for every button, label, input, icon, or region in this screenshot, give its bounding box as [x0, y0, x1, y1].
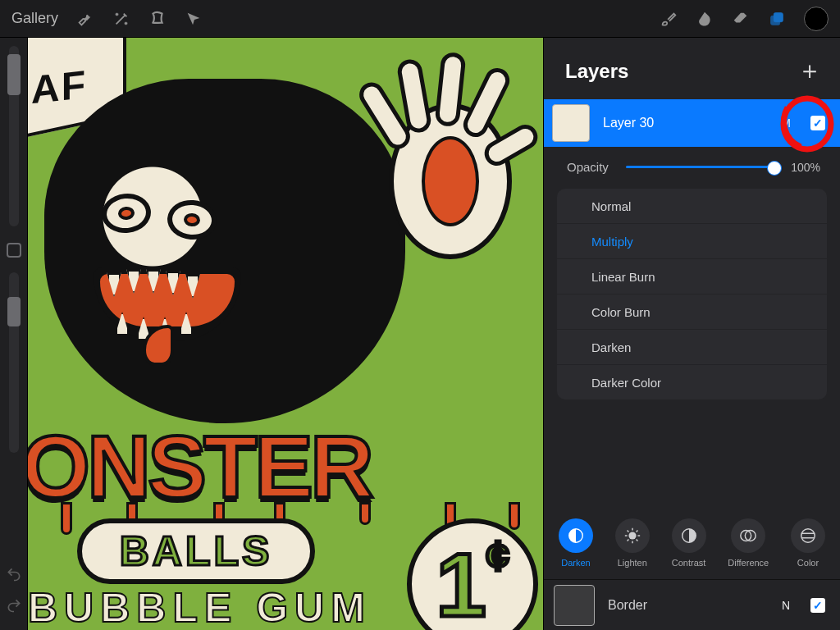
blend-mode-option[interactable]: Darken: [557, 330, 827, 364]
redo-icon[interactable]: [6, 597, 22, 617]
layer-name[interactable]: Border: [608, 598, 766, 613]
gallery-button[interactable]: Gallery: [11, 10, 58, 27]
layers-panel: Layers ＋ Layer 30 M Opacity 100% NormalM…: [543, 38, 840, 630]
layer-name[interactable]: Layer 30: [603, 116, 766, 130]
layer-row-selected[interactable]: Layer 30 M: [544, 99, 840, 147]
blend-mode-list: NormalMultiplyLinear BurnColor BurnDarke…: [544, 182, 840, 407]
svg-line-9: [627, 531, 628, 532]
layer-visibility-checkbox[interactable]: [810, 116, 825, 130]
move-cursor-icon[interactable]: [185, 10, 203, 28]
top-toolbar: Gallery: [0, 0, 840, 38]
color-icon: [791, 518, 825, 553]
layer-thumbnail: [554, 585, 595, 626]
magic-wand-icon[interactable]: [112, 10, 130, 28]
layer-visibility-checkbox[interactable]: [810, 598, 825, 613]
lighten-icon: [615, 518, 650, 553]
brush-icon[interactable]: [660, 10, 678, 28]
eraser-icon[interactable]: [732, 10, 750, 28]
undo-icon[interactable]: [6, 566, 22, 586]
canvas-area[interactable]: AF ® ONSTER BAL: [28, 38, 543, 630]
blend-category-difference[interactable]: Difference: [728, 518, 769, 568]
layer-thumbnail: [552, 104, 590, 142]
svg-line-11: [636, 531, 637, 532]
artwork: AF ® ONSTER BAL: [28, 38, 543, 630]
svg-rect-1: [771, 16, 780, 25]
blend-mode-option[interactable]: Color Burn: [557, 294, 827, 329]
blend-category-lighten[interactable]: Lighten: [615, 518, 650, 568]
blend-mode-option[interactable]: Linear Burn: [557, 259, 827, 294]
brush-opacity-slider[interactable]: [9, 272, 19, 453]
opacity-slider[interactable]: [626, 166, 776, 168]
darken-icon: [559, 518, 593, 553]
layer-blend-letter[interactable]: M: [779, 116, 792, 130]
opacity-row: Opacity 100%: [544, 147, 840, 182]
selection-icon[interactable]: [148, 10, 167, 28]
blend-mode-option[interactable]: Darker Color: [557, 365, 827, 399]
blend-category-color[interactable]: Color: [791, 518, 825, 568]
modify-button[interactable]: [7, 243, 21, 258]
layers-icon[interactable]: [768, 10, 786, 28]
wrench-icon[interactable]: [76, 10, 94, 28]
blend-category-row: DarkenLightenContrastDifferenceColor: [544, 510, 840, 579]
layer-blend-letter[interactable]: N: [779, 599, 792, 612]
difference-icon: [731, 518, 765, 553]
contrast-icon: [672, 518, 706, 553]
svg-line-12: [627, 540, 628, 541]
add-layer-button[interactable]: ＋: [797, 54, 822, 88]
opacity-value: 100%: [788, 161, 820, 174]
blend-mode-option[interactable]: Multiply: [557, 224, 827, 258]
blend-mode-option[interactable]: Normal: [557, 189, 827, 223]
svg-line-10: [636, 540, 637, 541]
svg-point-16: [801, 529, 815, 543]
opacity-label: Opacity: [567, 160, 614, 174]
smudge-icon[interactable]: [696, 10, 714, 28]
left-sidebar: [0, 38, 28, 630]
layer-row[interactable]: Border N: [544, 579, 840, 630]
blend-category-darken[interactable]: Darken: [559, 518, 593, 568]
panel-title: Layers: [565, 60, 628, 83]
blend-category-contrast[interactable]: Contrast: [672, 518, 706, 568]
svg-point-4: [628, 532, 636, 539]
color-picker-icon[interactable]: [804, 7, 829, 31]
brush-size-slider[interactable]: [9, 46, 19, 226]
